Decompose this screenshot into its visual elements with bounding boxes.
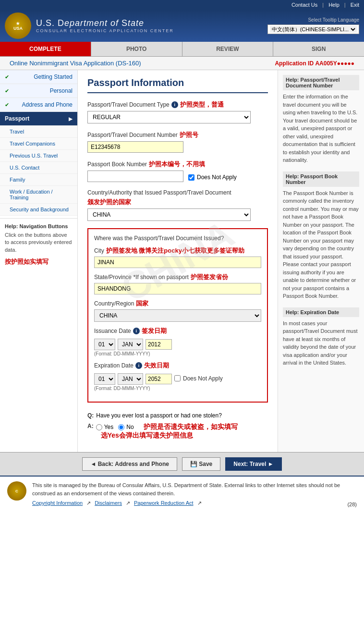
expiration-zh: 失效日期 (144, 361, 169, 370)
exit-link[interactable]: Exit (351, 2, 359, 8)
state-field: State/Province *If shown on passport 护照签… (94, 273, 261, 294)
sidebar-item-family[interactable]: Family (0, 174, 77, 186)
language-dropdown[interactable]: 中文(简体）(CHINESE-SIMPLI... (270, 26, 357, 33)
help-block-1: Help: Passport/Travel Document Number En… (283, 75, 359, 164)
qa-annotation1: 护照是否遗失或被盗，如实填写 (144, 423, 238, 431)
contact-link[interactable]: Contact Us (291, 2, 317, 8)
sidebar-label-personal: Personal (50, 87, 73, 94)
passport-type-section: Passport/Travel Document Type i 护照类型，普通 … (87, 100, 268, 123)
sidebar-annotation: 按护照如实填写 (5, 257, 73, 266)
qa-section: Q: Have you ever lost a passport or had … (87, 407, 268, 445)
issued-where-box: Where was the Passport/Travel Document I… (87, 228, 268, 403)
tab-photo[interactable]: PHOTO (91, 42, 182, 56)
country-issued-section: Country/Authority that Issued Passport/T… (87, 189, 268, 221)
bottom-nav: ◄ Back: Address and Phone 💾 Save Next: T… (0, 452, 364, 476)
sidebar-label-passport: Passport (5, 115, 29, 122)
header: ★USA U.S. Department of State CONSULAR E… (0, 10, 364, 42)
yes-radio[interactable] (96, 424, 102, 430)
issuance-year-input[interactable] (146, 339, 172, 350)
disclaimers-link[interactable]: Disclaimers (95, 499, 122, 507)
passport-num-section: Passport/Travel Document Number 护照号 (87, 131, 268, 153)
us-seal: ★USA (5, 12, 31, 39)
help-text-3: In most cases your passport/Travel Docum… (283, 319, 359, 367)
issuance-format: (Format: DD-MMM-YYYY) (94, 351, 261, 356)
sidebar-item-getting-started[interactable]: Getting Started (0, 70, 77, 84)
sidebar-item-previous-travel[interactable]: Previous U.S. Travel (0, 150, 77, 162)
sidebar-item-address[interactable]: Address and Phone (0, 98, 77, 112)
sidebar-item-travel[interactable]: Travel (0, 126, 77, 138)
language-selector[interactable]: 中文(简体）(CHINESE-SIMPLI... (267, 24, 359, 34)
sidebar-item-passport[interactable]: Passport ▶ (0, 112, 77, 126)
tab-sign[interactable]: SIGN (273, 42, 364, 56)
passport-type-select[interactable]: REGULAR (87, 111, 251, 123)
expiration-month-select[interactable]: JAN (118, 373, 143, 385)
help-block-3: Help: Expiration Date In most cases your… (283, 307, 359, 367)
sidebar-help: Help: Navigation Buttons Click on the bu… (0, 218, 77, 271)
book-num-section: Passport Book Number 护照本编号，不用填 Does Not … (87, 160, 268, 182)
book-does-not-apply-label: Does Not Apply (197, 174, 237, 181)
city-label: City (94, 247, 104, 254)
expiration-does-not-apply-checkbox[interactable] (174, 375, 181, 381)
help-text-1: Enter the information on the travel docu… (283, 93, 359, 164)
issuance-day-select[interactable]: 01 (94, 339, 115, 350)
issuance-month-select[interactable]: JAN (118, 339, 143, 350)
help-link[interactable]: Help (328, 2, 340, 8)
sidebar: Getting Started Personal Address and Pho… (0, 70, 78, 452)
passport-type-info-icon[interactable]: i (171, 101, 178, 108)
passport-type-label: Passport/Travel Document Type (87, 101, 170, 108)
expiration-year-input[interactable] (146, 374, 172, 384)
no-label: No (126, 424, 133, 430)
application-bar: Online Nonimmigrant Visa Application (DS… (0, 57, 364, 70)
passport-num-input[interactable] (87, 141, 183, 153)
tab-complete[interactable]: COMPLETE (0, 42, 91, 56)
footer-content: This site is managed by the Bureau of Co… (32, 481, 341, 507)
country-region-select[interactable]: CHINA (94, 309, 261, 322)
save-button[interactable]: 💾 Save (182, 457, 220, 471)
city-field: City 护照签发地 微博关注pocky小七获取更多签证帮助 (94, 246, 261, 268)
book-does-not-apply-checkbox[interactable] (188, 174, 194, 181)
country-issued-label: Country/Authority that Issued Passport/T… (87, 189, 231, 196)
expiration-day-select[interactable]: 01 (94, 373, 115, 385)
arrow-icon: ▶ (69, 116, 73, 122)
sidebar-label-address: Address and Phone (22, 101, 73, 108)
help-heading-2: Help: Passport Book Number (283, 171, 359, 187)
back-button[interactable]: ◄ Back: Address and Phone (82, 457, 177, 471)
city-input[interactable] (94, 257, 261, 268)
sidebar-label-getting-started: Getting Started (34, 73, 73, 80)
country-region-label: Country/Region (94, 300, 134, 307)
city-zh: 护照签发地 微博关注pocky小七获取更多签证帮助 (106, 246, 244, 255)
passport-num-label: Passport/Travel Document Number (87, 132, 178, 138)
state-zh: 护照签发省份 (191, 273, 228, 281)
expiration-info-icon[interactable]: i (135, 362, 142, 369)
sidebar-item-us-contact[interactable]: U.S. Contact (0, 162, 77, 174)
top-bar: Contact Us | Help | Exit (0, 0, 364, 10)
qa-annotation2: 选Yes会弹出填写遗失护照信息 (101, 431, 238, 440)
q-label: Q: (87, 412, 94, 419)
country-issued-select[interactable]: CHINA (87, 208, 251, 221)
no-radio[interactable] (118, 424, 124, 430)
copyright-link[interactable]: Copyright Information (32, 499, 83, 507)
state-input[interactable] (94, 283, 261, 294)
yes-label: Yes (104, 424, 114, 430)
sidebar-item-work[interactable]: Work / Education / Training (0, 186, 77, 204)
issuance-zh: 签发日期 (142, 327, 167, 335)
next-button[interactable]: Next: Travel ► (225, 457, 281, 471)
sidebar-item-security[interactable]: Security and Background (0, 204, 77, 216)
help-panel: Help: Passport/Travel Document Number En… (278, 70, 364, 452)
sidebar-item-personal[interactable]: Personal (0, 84, 77, 98)
sidebar-item-travel-companions[interactable]: Travel Companions (0, 138, 77, 150)
issued-where-title: Where was the Passport/Travel Document I… (94, 235, 261, 242)
issuance-label: Issuance Date (94, 328, 131, 334)
expiration-format: (Format: DD-MMM-YYYY) (94, 386, 261, 391)
state-label: State/Province *If shown on passport (94, 274, 189, 281)
expiration-date-field: Expiration Date i 失效日期 01 JAN Does Not A… (94, 361, 261, 391)
book-num-zh: 护照本编号，不用填 (149, 160, 205, 169)
help-text-2: The Passport Book Number is commonly cal… (283, 189, 359, 300)
help-heading-1: Help: Passport/Travel Document Number (283, 75, 359, 90)
help-heading-3: Help: Expiration Date (283, 307, 359, 317)
book-num-input[interactable] (87, 171, 183, 182)
tab-review[interactable]: REVIEW (182, 42, 274, 56)
issuance-info-icon[interactable]: i (133, 328, 140, 334)
country-issued-zh: 颁发护照的国家 (87, 198, 131, 207)
paperwork-link[interactable]: Paperwork Reduction Act (134, 499, 194, 507)
